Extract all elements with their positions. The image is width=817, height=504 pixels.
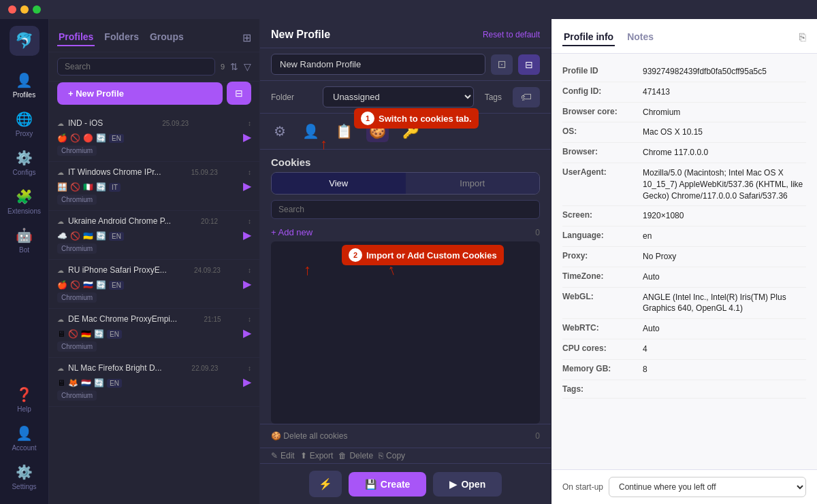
open-btn[interactable]: ▶ Open [433,472,502,497]
tab-profile-info[interactable]: Profile info [562,29,615,46]
export-btn[interactable]: ⬆ Export [300,451,334,460]
startup-select[interactable]: Continue where you left offOpen new tabO… [609,477,806,497]
info-key: Screen: [562,210,637,220]
cookies-section: Cookies View Import + Add new 0 2 Import… [260,150,551,504]
play-profile-btn[interactable]: ▶ [243,229,251,241]
delete-count: 0 [535,431,540,441]
new-profile-button[interactable]: + New Profile [57,82,223,105]
profile-flags: 🖥🦊🇳🇱🔄 EN [57,378,122,388]
info-key: TimeZone: [562,271,637,281]
sidebar-item-label: Bot [19,246,29,254]
tab-folders[interactable]: Folders [103,29,140,46]
play-profile-btn[interactable]: ▶ [243,131,251,144]
sort-btn[interactable]: ⇅ [230,61,238,72]
info-row: Memory GB: 8 [562,360,806,380]
minimize-window-btn[interactable] [20,5,29,14]
cloud-icon: ☁ [57,316,64,323]
copy-cookie-btn[interactable]: ⎘ Copy [379,451,405,460]
account-icon: 👤 [16,425,33,441]
export-icon: ⬆ [300,451,307,460]
add-new-cookie-btn[interactable]: + Add new [271,227,313,237]
play-profile-btn[interactable]: ▶ [243,326,251,339]
tab-users-btn[interactable]: 👤 [300,120,322,142]
search-cookies-input[interactable] [271,200,540,219]
close-window-btn[interactable] [8,5,16,14]
list-item[interactable]: ☁ IT Windows Chrome IPr... 15.09.23 ↕ 🪟🚫… [49,162,259,211]
lang-tag: EN [109,281,124,290]
maximize-window-btn[interactable] [33,5,41,14]
flag-icon: 🪟 [57,182,67,192]
sidebar-item-profiles[interactable]: 👤 Profiles [3,67,46,104]
list-item[interactable]: ☁ IND - iOS 25.09.23 ↕ 🍎🚫🔴🔄 EN ▶ Chromiu… [49,113,259,162]
profile-date: 21:15 [204,316,221,323]
main-header: New Profile Reset to default [260,19,551,48]
list-item[interactable]: ☁ DE Mac Chrome ProxyEmpi... 21:15 ↕ 🖥🚫🇩… [49,309,259,358]
sidebar-item-configs[interactable]: ⚙️ Configs [3,144,46,182]
profile-type-btn[interactable]: ⊟ [518,54,540,75]
layout-toggle-btn[interactable]: ⊞ [242,31,251,44]
list-item[interactable]: ☁ NL Mac Firefox Bright D... 22.09.23 ↕ … [49,358,259,407]
sidebar-item-proxy[interactable]: 🌐 Proxy [3,105,46,143]
profile-tabs-row: ⚙ 👤 📋 🍪 🔑 1 Switch to cookies tab. ↑ [260,114,551,150]
import-tab-btn[interactable]: Import [406,173,540,194]
info-val: 1920×1080 [643,210,806,222]
tags-btn[interactable]: 🏷 [513,87,540,107]
edit-btn[interactable]: ✎ Edit [271,451,295,460]
create-btn[interactable]: 💾 Create [349,472,427,497]
search-count: 9 [221,63,225,71]
cloud-icon: ☁ [57,218,64,225]
filter-btn[interactable]: ▽ [244,61,251,72]
browser-tag: Chromium [57,341,97,352]
info-row: Config ID: 471413 [562,82,806,103]
tab-notes[interactable]: Notes [626,29,655,46]
info-key: Language: [562,231,637,240]
tab-settings-btn[interactable]: ⚙ [271,120,289,142]
annotation-text-1: Switch to cookies tab. [379,114,472,124]
copy-profile-btn[interactable]: ⎘ [799,31,806,44]
play-profile-btn[interactable]: ▶ [243,180,251,192]
lang-tag: EN [107,379,122,388]
search-bar: 9 ⇅ ▽ [49,52,259,82]
profile-name-text: ☁ IT Windows Chrome IPr... [57,167,161,177]
sidebar-item-settings[interactable]: ⚙️ Settings [3,458,46,496]
profile-flags: 🪟🚫🇮🇹🔄 IT [57,182,121,192]
flag-icon: 🦊 [68,378,78,388]
tab-groups[interactable]: Groups [148,29,185,46]
sidebar-item-label: Extensions [7,207,41,215]
profile-name-input[interactable] [271,54,485,75]
tab-profiles[interactable]: Profiles [57,29,95,46]
view-tab-btn[interactable]: View [272,173,406,194]
play-profile-btn[interactable]: ▶ [243,375,251,388]
folder-select[interactable]: UnassignedFolder 1Folder 2 [323,86,474,107]
delete-all-cookies-btn[interactable]: 🍪 Delete all cookies [271,431,347,441]
flag-icon: 🖥 [57,329,65,339]
reset-default-btn[interactable]: Reset to default [483,30,540,39]
random-name-btn[interactable]: ⚀ [491,54,513,75]
grid-view-btn[interactable]: ⊟ [227,82,251,105]
settings-icon: ⚙️ [16,464,33,480]
flag-icon: 🚫 [70,133,80,143]
info-key: UserAgent: [562,167,637,177]
list-item[interactable]: ☁ Ukraine Android Chrome P... 20:12 ↕ ☁️… [49,211,259,260]
page-title: New Profile [271,29,330,41]
sidebar-item-bot[interactable]: 🤖 Bot [3,222,46,259]
sidebar-item-help[interactable]: ❓ Help [3,381,46,418]
list-item[interactable]: ☁ RU iPhone Safari ProxyE... 24.09.23 ↕ … [49,260,259,309]
flag-icon: 🚫 [68,329,78,339]
delete-btn[interactable]: 🗑 Delete [338,451,373,460]
flag-icon: 🍎 [57,133,67,143]
tab-advanced-btn[interactable]: 📋 [333,120,355,142]
main-panel: New Profile Reset to default ⚀ ⊟ Folder … [260,19,551,504]
search-input[interactable] [57,58,215,75]
view-import-tabs: View Import [271,172,540,195]
sidebar-item-extensions[interactable]: 🧩 Extensions [3,183,46,220]
tags-label: Tags [485,93,502,102]
sidebar-item-account[interactable]: 👤 Account [3,420,46,457]
delete-icon: 🗑 [338,451,347,460]
lightning-btn[interactable]: ⚡ [309,471,342,497]
info-key: WebRTC: [562,323,637,333]
play-profile-btn[interactable]: ▶ [243,278,251,290]
flag-icon: ☁️ [57,231,67,241]
cookie-area [271,241,540,424]
flag-icon: 🖥 [57,378,65,388]
